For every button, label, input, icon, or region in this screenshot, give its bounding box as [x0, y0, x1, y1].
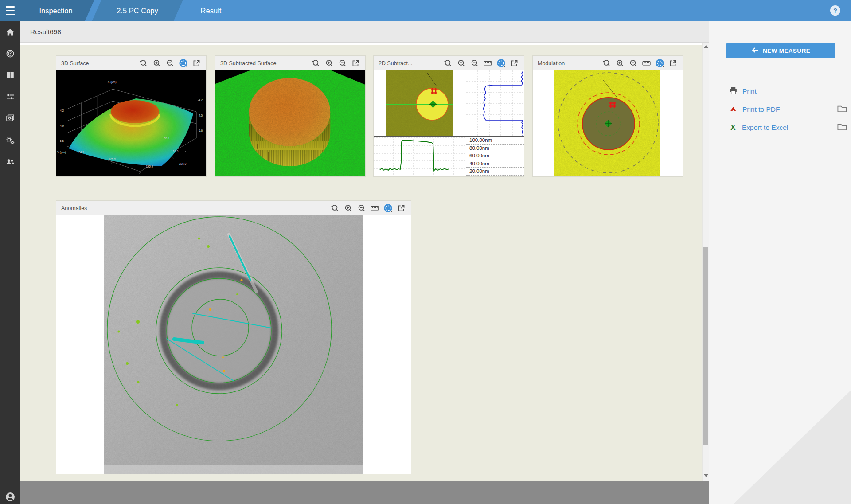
page-header: Result698: [20, 21, 709, 43]
sliders-icon: [5, 92, 15, 102]
3d-surface-view[interactable]: X (μm)-4.2-4.9-5.524.1125.5225.9-4.2-4.5…: [56, 70, 206, 176]
popout-icon[interactable]: [191, 58, 202, 69]
tab-inspection[interactable]: Inspection: [30, 0, 82, 21]
excel-icon: X: [729, 123, 737, 132]
popout-icon[interactable]: [668, 58, 679, 69]
tab-pc-copy[interactable]: 2.5 PC Copy: [104, 0, 171, 21]
panel-modulation-header: Modulation: [533, 56, 683, 70]
2d-subtracted-view[interactable]: 100.00nm80.00nm60.00nm40.00nm20.00nm0.00…: [374, 70, 524, 176]
panel-modulation: Modulation: [533, 56, 683, 176]
popout-icon[interactable]: [350, 58, 361, 69]
sidebar-item-adjustments[interactable]: [0, 86, 20, 107]
print-label: Print: [742, 87, 757, 95]
nm-axis-label: 100.00nm: [466, 137, 524, 145]
zoom-in-icon[interactable]: [151, 58, 162, 69]
panel-2d-subtracted: 2D Subtract...: [374, 56, 524, 176]
sidebar-item-home[interactable]: [0, 22, 20, 43]
left-sidebar: [0, 21, 20, 504]
zoom-reset-icon[interactable]: [310, 58, 321, 69]
pdf-icon: [729, 105, 738, 115]
target-icon: [5, 49, 15, 59]
panel-title: Modulation: [538, 60, 599, 66]
popout-icon[interactable]: [396, 203, 407, 214]
gallery-settings-icon: [5, 113, 15, 123]
scrollbar-thumb[interactable]: [703, 247, 708, 445]
vertical-scrollbar[interactable]: [702, 43, 709, 481]
actions-panel: NEW MEASURE Print Print to PDF X Export …: [709, 21, 851, 504]
export-excel-action[interactable]: X Export to Excel: [729, 122, 788, 133]
corner-decoration: [734, 390, 851, 504]
panel-3d-subtracted-header: 3D Subtracted Surface: [215, 56, 365, 70]
ruler-icon[interactable]: [641, 58, 652, 69]
anomalies-view[interactable]: [56, 215, 411, 474]
zoom-in-icon[interactable]: [324, 58, 335, 69]
profile-axis-labels: 100.00nm80.00nm60.00nm40.00nm20.00nm0.00…: [466, 137, 524, 176]
excel-folder-icon[interactable]: [837, 122, 847, 132]
tab-result[interactable]: Result: [190, 0, 232, 21]
profile-x-axis: [374, 136, 524, 137]
panel-3d-subtracted: 3D Subtracted Surface: [215, 56, 365, 176]
users-icon: [5, 157, 15, 167]
scroll-down-arrow[interactable]: [704, 474, 708, 477]
print-pdf-label: Print to PDF: [742, 105, 780, 113]
export-excel-label: Export to Excel: [742, 124, 788, 132]
panel-3d-surface-header: 3D Surface: [56, 56, 206, 70]
gears-icon: [5, 136, 15, 145]
roi-icon[interactable]: [496, 58, 507, 69]
panel-title: 3D Subtracted Surface: [220, 60, 308, 66]
nm-axis-label: 40.00nm: [466, 160, 524, 168]
modulation-view[interactable]: [533, 70, 683, 176]
zoom-reset-icon[interactable]: [329, 203, 340, 214]
zoom-in-icon[interactable]: [614, 58, 625, 69]
panel-title: 3D Surface: [61, 60, 136, 66]
new-measure-button[interactable]: NEW MEASURE: [726, 43, 835, 58]
panel-title: 2D Subtract...: [379, 60, 440, 66]
book-icon: [5, 70, 15, 80]
printer-icon: [729, 86, 738, 97]
account-icon: [4, 491, 16, 503]
menu-icon[interactable]: [6, 6, 16, 15]
scroll-up-arrow[interactable]: [704, 45, 708, 48]
nm-axis-label: 80.00nm: [466, 145, 524, 152]
print-action[interactable]: Print: [729, 86, 757, 97]
popout-icon[interactable]: [509, 58, 520, 69]
panel-anomalies: Anomalies: [56, 201, 411, 474]
zoom-reset-icon[interactable]: [601, 58, 612, 69]
pdf-folder-icon[interactable]: [837, 104, 847, 113]
panel-anomalies-header: Anomalies: [56, 201, 411, 215]
panel-2d-subtracted-header: 2D Subtract...: [374, 56, 524, 70]
roi-icon[interactable]: [383, 203, 394, 214]
sidebar-item-recipes[interactable]: [0, 65, 20, 86]
zoom-out-icon[interactable]: [337, 58, 348, 69]
zoom-reset-icon[interactable]: [138, 58, 149, 69]
panel-title: Anomalies: [61, 205, 327, 211]
sidebar-item-target[interactable]: [0, 43, 20, 64]
zoom-in-icon[interactable]: [456, 58, 467, 69]
zoom-out-icon[interactable]: [628, 58, 639, 69]
panel-3d-surface: 3D Surface X (μm)-4.2-4.9-5.524.1125.522…: [56, 56, 206, 176]
arrow-left-icon: [751, 47, 759, 55]
nm-axis-label: 60.00nm: [466, 152, 524, 160]
page-title: Result698: [30, 28, 61, 36]
sidebar-item-settings[interactable]: [0, 130, 20, 151]
home-icon: [5, 27, 15, 37]
print-pdf-action[interactable]: Print to PDF: [729, 104, 780, 115]
nm-axis-label: 0.00nm: [466, 176, 524, 176]
zoom-in-icon[interactable]: [343, 203, 354, 214]
title-bar: Inspection 2.5 PC Copy Result ?: [0, 0, 851, 21]
zoom-out-icon[interactable]: [164, 58, 176, 69]
ruler-icon[interactable]: [369, 203, 380, 214]
sidebar-item-account[interactable]: [0, 487, 20, 504]
help-button[interactable]: ?: [830, 5, 840, 16]
3d-subtracted-view[interactable]: [215, 70, 365, 176]
zoom-out-icon[interactable]: [356, 203, 367, 214]
bottom-bar: [20, 481, 709, 504]
roi-icon[interactable]: [654, 58, 665, 69]
zoom-out-icon[interactable]: [469, 58, 480, 69]
content-area: 3D Surface X (μm)-4.2-4.9-5.524.1125.522…: [20, 43, 709, 481]
sidebar-item-users[interactable]: [0, 152, 20, 172]
zoom-reset-icon[interactable]: [442, 58, 453, 69]
sidebar-item-gallery-settings[interactable]: [0, 108, 20, 129]
roi-icon[interactable]: [178, 58, 189, 69]
ruler-icon[interactable]: [482, 58, 493, 69]
